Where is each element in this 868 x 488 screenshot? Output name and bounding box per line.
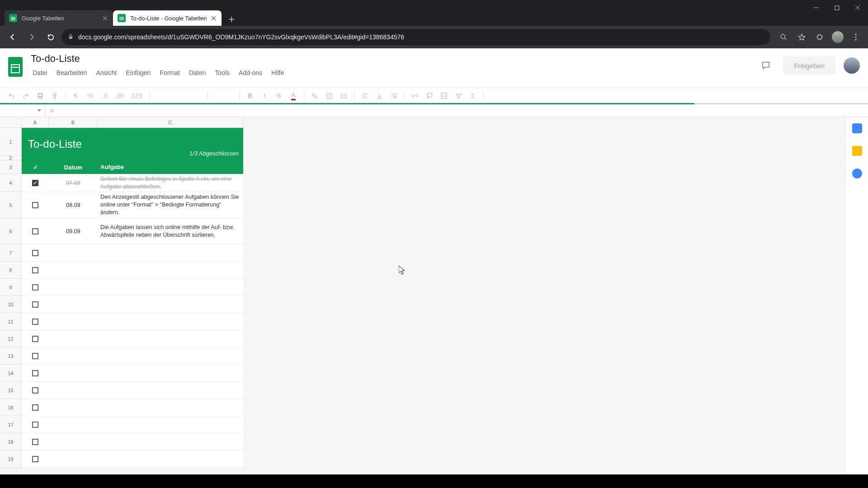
row-header[interactable]: 19: [0, 450, 22, 468]
borders-button[interactable]: [322, 89, 336, 102]
table-row[interactable]: ✓ 07.09 Geben Sie etwas Beliebiges in Sp…: [22, 174, 243, 192]
keep-icon[interactable]: [852, 146, 862, 156]
cell-task[interactable]: Den Anzeigestil abgeschlossener Aufgaben…: [98, 192, 243, 218]
row-header[interactable]: 15: [0, 382, 22, 399]
cell-task[interactable]: [98, 286, 243, 289]
menu-item[interactable]: Einfügen: [122, 67, 154, 78]
menu-item[interactable]: Tools: [211, 67, 233, 78]
cell-date[interactable]: 09.09: [49, 228, 98, 235]
functions-button[interactable]: Σ: [466, 89, 480, 102]
cell-task[interactable]: [98, 371, 243, 375]
close-window-button[interactable]: [847, 0, 868, 15]
table-row[interactable]: [22, 347, 243, 365]
row-header[interactable]: 8: [0, 262, 22, 279]
table-row[interactable]: [22, 382, 243, 399]
extensions-icon[interactable]: [812, 29, 827, 45]
menu-item[interactable]: Datei: [29, 67, 51, 78]
cell-checkbox[interactable]: [22, 202, 49, 208]
column-header[interactable]: C: [98, 117, 243, 128]
calendar-icon[interactable]: [852, 123, 862, 133]
cell-date[interactable]: 07.09: [49, 180, 98, 186]
back-button[interactable]: [5, 29, 21, 45]
minimize-button[interactable]: [806, 0, 826, 15]
bold-button[interactable]: B: [243, 89, 257, 102]
spreadsheet-grid[interactable]: ABC 12345678910111213141516171819 To-do-…: [0, 117, 845, 488]
cell-checkbox[interactable]: [22, 387, 49, 394]
cell-checkbox[interactable]: [22, 228, 49, 235]
row-header[interactable]: 3: [0, 160, 22, 174]
cell-task[interactable]: Geben Sie etwas Beliebiges in Spalte A e…: [98, 174, 243, 192]
address-bar[interactable]: docs.google.com/spreadsheets/d/1uSGWDVR6…: [61, 29, 770, 45]
menu-item[interactable]: Bearbeiten: [53, 67, 91, 78]
cell-task[interactable]: [98, 251, 243, 255]
row-header[interactable]: 11: [0, 313, 22, 330]
text-wrap-button[interactable]: [387, 89, 401, 102]
strikethrough-button[interactable]: S: [272, 89, 286, 102]
menu-item[interactable]: Ansicht: [92, 67, 120, 78]
table-row[interactable]: [22, 416, 243, 433]
italic-button[interactable]: I: [258, 89, 271, 102]
cell-task[interactable]: [98, 303, 243, 306]
cell-checkbox[interactable]: [22, 319, 49, 325]
horizontal-align-button[interactable]: [358, 89, 372, 102]
paint-format-button[interactable]: [48, 89, 61, 102]
bookmark-icon[interactable]: [794, 29, 809, 45]
cell-checkbox[interactable]: [22, 404, 49, 411]
cell-task[interactable]: [98, 406, 243, 409]
menu-item[interactable]: Add-ons: [235, 67, 266, 78]
cell-checkbox[interactable]: [22, 336, 49, 342]
table-row[interactable]: [22, 399, 243, 416]
sheets-logo-icon[interactable]: [6, 55, 24, 79]
cell-task[interactable]: [98, 320, 243, 324]
cell-task[interactable]: [98, 423, 243, 427]
column-header[interactable]: B: [49, 117, 98, 128]
row-header[interactable]: 9: [0, 279, 22, 296]
table-row[interactable]: [22, 313, 243, 330]
sheet-title-block[interactable]: To-do-Liste1/3 Abgeschlossen: [22, 128, 243, 160]
format-currency-button[interactable]: €: [69, 89, 83, 102]
comments-button[interactable]: [757, 56, 775, 75]
account-avatar[interactable]: [844, 57, 860, 74]
cell-task[interactable]: [98, 457, 243, 461]
font-size-select[interactable]: [211, 89, 236, 102]
increase-decimal-button[interactable]: .00: [113, 89, 126, 102]
cell-checkbox[interactable]: [22, 439, 49, 445]
cell-checkbox[interactable]: [22, 370, 49, 376]
insert-link-button[interactable]: [408, 89, 422, 102]
maximize-button[interactable]: [826, 0, 847, 15]
document-title[interactable]: To-do-Liste: [29, 52, 288, 66]
table-header-row[interactable]: ✓DatumAufgabe: [22, 160, 243, 174]
row-header[interactable]: 7: [0, 244, 22, 262]
row-header[interactable]: 18: [0, 433, 22, 450]
cell-checkbox[interactable]: [22, 284, 49, 291]
cell-checkbox[interactable]: [22, 422, 49, 428]
cell-task[interactable]: [98, 440, 243, 444]
cell-checkbox[interactable]: [22, 301, 49, 308]
row-header[interactable]: 14: [0, 365, 22, 382]
close-tab-icon[interactable]: [210, 14, 217, 22]
column-header[interactable]: A: [22, 117, 49, 128]
text-color-button[interactable]: A: [287, 89, 300, 102]
menu-item[interactable]: Hilfe: [268, 67, 288, 78]
print-button[interactable]: [33, 89, 47, 102]
browser-tab[interactable]: To-do-Liste - Google Tabellen: [113, 10, 222, 26]
table-row[interactable]: [22, 279, 243, 296]
merge-cells-button[interactable]: [337, 89, 350, 102]
table-row[interactable]: [22, 244, 243, 262]
browser-tab[interactable]: Google Tabellen: [5, 10, 113, 26]
profile-avatar[interactable]: [830, 29, 845, 45]
tasks-icon[interactable]: [852, 169, 862, 178]
undo-button[interactable]: [5, 89, 18, 102]
menu-item[interactable]: Daten: [185, 67, 209, 78]
close-tab-icon[interactable]: [101, 14, 108, 22]
cell-checkbox[interactable]: [22, 267, 49, 273]
cell-checkbox[interactable]: [22, 353, 49, 359]
row-header[interactable]: 10: [0, 296, 22, 313]
decrease-decimal-button[interactable]: .0: [98, 89, 112, 102]
chrome-menu-icon[interactable]: [848, 29, 863, 45]
reload-button[interactable]: [42, 29, 59, 45]
filter-button[interactable]: [452, 89, 465, 102]
table-row[interactable]: [22, 365, 243, 382]
number-format-menu[interactable]: 123: [127, 89, 146, 102]
table-row[interactable]: [22, 450, 243, 468]
